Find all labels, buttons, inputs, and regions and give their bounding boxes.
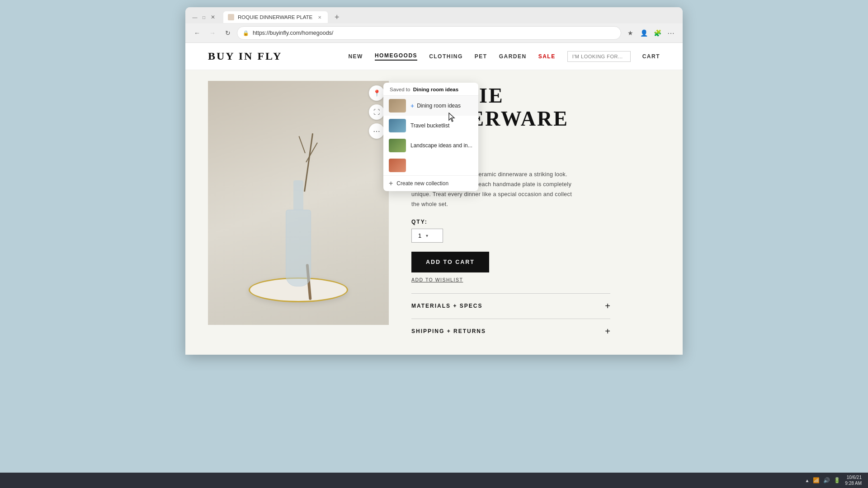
refresh-button[interactable]: ↻ bbox=[222, 27, 234, 39]
browser-tab[interactable]: ROQUIE DINNERWARE PLATE ✕ bbox=[223, 11, 328, 23]
taskbar-system-icons: ▲ 📶 🔊 🔋 bbox=[805, 477, 840, 483]
create-collection-label: Create new collection bbox=[396, 180, 448, 187]
nav-sale[interactable]: SALE bbox=[538, 53, 556, 60]
cart-link[interactable]: CART bbox=[642, 53, 660, 60]
materials-label: MATERIALS + SPECS bbox=[411, 303, 482, 309]
extensions-button[interactable]: 🧩 bbox=[651, 27, 664, 39]
shipping-accordion[interactable]: SHIPPING + RETURNS + bbox=[411, 319, 610, 344]
nav-new[interactable]: NEW bbox=[348, 53, 363, 60]
store-header: BUY IN FLY NEW HOMEGOODS CLOTHING PET GA… bbox=[185, 43, 683, 70]
collection-landscape-name: Landscape ideas and in... bbox=[410, 142, 472, 149]
nav-homegoods[interactable]: HOMEGOODS bbox=[375, 52, 417, 61]
tab-favicon bbox=[228, 14, 234, 20]
create-plus-icon: + bbox=[389, 179, 393, 188]
qty-select[interactable]: 1 ▾ bbox=[411, 229, 443, 243]
nav-clothing[interactable]: CLOTHING bbox=[429, 53, 463, 60]
collection-thumb-travel bbox=[389, 119, 406, 132]
collection-other[interactable] bbox=[383, 155, 478, 175]
create-collection-button[interactable]: + Create new collection bbox=[383, 175, 478, 191]
taskbar-time: 9:28 AM bbox=[845, 480, 862, 486]
back-button[interactable]: ← bbox=[191, 27, 203, 39]
collection-thumb-landscape bbox=[389, 139, 406, 152]
qty-value: 1 bbox=[418, 232, 421, 239]
url-text: https://buyinfly.com/homegoods/ bbox=[253, 30, 333, 36]
lock-icon: 🔒 bbox=[243, 30, 249, 36]
materials-plus-icon: + bbox=[605, 301, 610, 311]
shipping-label: SHIPPING + RETURNS bbox=[411, 328, 486, 334]
collection-dining-name: Dining room ideas bbox=[417, 103, 461, 109]
store-logo[interactable]: BUY IN FLY bbox=[208, 50, 282, 62]
page-content: BUY IN FLY NEW HOMEGOODS CLOTHING PET GA… bbox=[185, 43, 683, 355]
shipping-plus-icon: + bbox=[605, 326, 610, 337]
product-image-container: 📍 ⛶ ⋯ bbox=[208, 81, 389, 325]
save-image-button[interactable]: 📍 bbox=[369, 85, 384, 101]
settings-dots-button[interactable]: ⋯ bbox=[665, 27, 677, 39]
search-input[interactable] bbox=[567, 51, 631, 62]
saved-collection-name: Dining room ideas bbox=[413, 87, 458, 92]
battery-icon: 🔋 bbox=[834, 477, 840, 483]
address-bar[interactable]: 🔒 https://buyinfly.com/homegoods/ bbox=[237, 26, 621, 40]
close-button[interactable]: ✕ bbox=[209, 13, 217, 21]
tab-title: ROQUIE DINNERWARE PLATE bbox=[238, 14, 312, 20]
browser-profile-button[interactable]: 👤 bbox=[637, 27, 650, 39]
collection-thumb-other bbox=[389, 159, 406, 172]
taskbar-date: 10/6/21 bbox=[845, 474, 862, 480]
nav-garden[interactable]: GARDEN bbox=[499, 53, 527, 60]
nav-pet[interactable]: PET bbox=[475, 53, 487, 60]
new-tab-button[interactable]: + bbox=[330, 11, 343, 23]
collection-travel-name: Travel bucketlist bbox=[410, 122, 449, 129]
qty-chevron-icon: ▾ bbox=[426, 233, 428, 238]
saved-popup: Saved to Dining room ideas + Dining room… bbox=[383, 83, 478, 191]
collection-thumb-dining bbox=[389, 99, 406, 113]
taskbar: ▲ 📶 🔊 🔋 10/6/21 9:28 AM bbox=[0, 473, 868, 488]
zoom-image-button[interactable]: ⛶ bbox=[369, 104, 384, 120]
qty-label: QTY: bbox=[411, 219, 660, 225]
saved-header: Saved to Dining room ideas bbox=[383, 83, 478, 96]
minimize-button[interactable]: — bbox=[191, 13, 199, 21]
more-options-button[interactable]: ⋯ bbox=[369, 123, 384, 139]
chevron-up-icon[interactable]: ▲ bbox=[805, 478, 809, 483]
taskbar-clock: 10/6/21 9:28 AM bbox=[845, 474, 862, 486]
add-to-cart-button[interactable]: ADD TO CART bbox=[411, 252, 489, 272]
tab-close-button[interactable]: ✕ bbox=[318, 15, 321, 20]
wifi-icon: 📶 bbox=[813, 477, 820, 483]
favorites-star-button[interactable]: ★ bbox=[624, 27, 637, 39]
materials-accordion[interactable]: MATERIALS + SPECS + bbox=[411, 293, 610, 319]
collection-landscape[interactable]: Landscape ideas and in... bbox=[383, 136, 478, 155]
forward-button[interactable]: → bbox=[206, 27, 219, 39]
add-to-wishlist-link[interactable]: ADD TO WISHLIST bbox=[411, 277, 660, 282]
maximize-button[interactable]: □ bbox=[200, 13, 208, 21]
volume-icon[interactable]: 🔊 bbox=[823, 477, 830, 483]
collection-travel[interactable]: Travel bucketlist bbox=[383, 116, 478, 136]
collection-dining[interactable]: + Dining room ideas bbox=[383, 96, 478, 116]
